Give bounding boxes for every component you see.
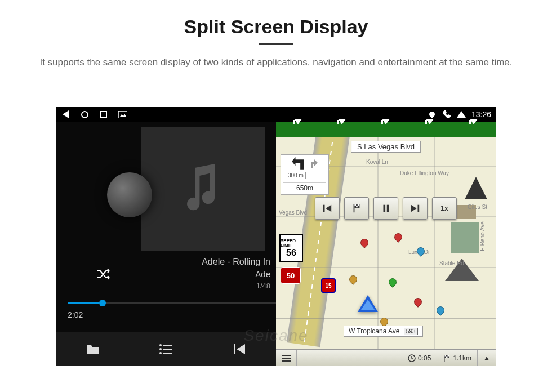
progress-fill	[68, 302, 99, 304]
destination-road-text: W Tropicana Ave	[349, 327, 400, 335]
svg-rect-3	[163, 345, 172, 346]
lane-arrow-icon	[426, 124, 434, 135]
turn-left-icon	[292, 157, 306, 172]
back-icon[interactable]	[61, 110, 70, 119]
device-frame: 13:26 Adele - Rolling In Ade 1/48	[56, 107, 496, 366]
svg-rect-18	[387, 205, 389, 212]
folder-icon[interactable]	[85, 341, 101, 357]
street-label: Duke Ellington Way	[400, 170, 449, 176]
svg-marker-9	[237, 344, 245, 354]
phone-icon	[442, 110, 451, 119]
map-flag-button[interactable]	[344, 197, 369, 220]
map-next-button[interactable]	[403, 197, 428, 220]
turn-right-small-icon	[309, 157, 318, 168]
svg-rect-29	[446, 356, 448, 358]
nav-expand-button[interactable]	[478, 350, 496, 366]
svg-marker-30	[484, 357, 489, 360]
svg-point-6	[159, 352, 162, 354]
nav-distance: 1.1km	[437, 350, 478, 366]
nav-scale	[297, 350, 402, 366]
prev-track-icon[interactable]	[232, 341, 247, 357]
track-artist: Ade	[255, 269, 270, 279]
turn-distance: 650m	[283, 182, 326, 192]
svg-rect-21	[282, 355, 291, 356]
svg-marker-11	[326, 205, 331, 212]
lane-arrow-icon	[294, 124, 302, 135]
music-bottom-bar	[56, 332, 276, 366]
route-badge: 50	[281, 267, 301, 284]
progress-bar[interactable]	[68, 302, 276, 304]
svg-rect-10	[323, 205, 325, 212]
street-label: Vegas Blvd	[279, 210, 307, 216]
location-icon	[428, 110, 437, 119]
destination-road-number: 593	[404, 328, 418, 335]
street-label: Giles St	[468, 204, 487, 210]
svg-rect-22	[282, 358, 291, 359]
track-index: 1/48	[256, 282, 270, 290]
recent-apps-icon[interactable]	[99, 110, 108, 119]
gallery-icon[interactable]	[118, 110, 127, 119]
interstate-shield: 15	[321, 278, 336, 293]
music-note-icon	[183, 164, 222, 215]
music-app: Adele - Rolling In Ade 1/48 2:02	[56, 122, 276, 366]
next-turn-distance: 300 m	[286, 172, 306, 179]
svg-rect-15	[358, 204, 359, 206]
street-label: E Reno Ave	[479, 221, 486, 251]
svg-rect-25	[444, 355, 445, 362]
svg-rect-7	[163, 353, 172, 354]
destination-road-label: W Tropicana Ave 593	[344, 326, 423, 337]
elapsed-time: 2:02	[68, 310, 83, 319]
lane-arrow-icon	[382, 124, 390, 135]
svg-point-2	[159, 344, 162, 346]
svg-rect-12	[354, 204, 355, 212]
svg-rect-19	[418, 205, 420, 212]
map-pause-button[interactable]	[373, 197, 398, 220]
turn-instruction: 300 m 650m	[281, 154, 329, 195]
svg-rect-23	[282, 360, 291, 362]
svg-rect-27	[445, 355, 447, 357]
svg-rect-28	[448, 355, 449, 357]
lane-arrow-icon	[470, 124, 478, 135]
page-subtitle: It supports the same screen display of t…	[0, 45, 552, 70]
page-title: Split Screen Display	[0, 0, 552, 38]
speed-limit-value: 56	[286, 248, 296, 258]
svg-rect-8	[234, 344, 235, 354]
svg-point-4	[159, 348, 162, 350]
svg-rect-16	[356, 206, 358, 208]
nav-bottom-bar: 0:05 1.1km	[276, 349, 496, 366]
lane-arrow-icon	[338, 124, 346, 135]
svg-rect-14	[354, 204, 356, 206]
street-label: Stable Rd	[439, 260, 464, 266]
nav-time-value: 0:05	[418, 354, 431, 362]
nav-distance-value: 1.1km	[453, 354, 471, 362]
wifi-icon	[457, 110, 466, 119]
playlist-icon[interactable]	[158, 341, 174, 357]
svg-rect-5	[163, 349, 172, 350]
map-media-controls: 1x	[315, 197, 457, 220]
speed-limit-label: SPEED LIMIT	[281, 239, 302, 248]
home-icon[interactable]	[80, 110, 89, 119]
current-road-label: S Las Vegas Blvd	[351, 141, 421, 153]
navigation-app: Koval Ln Duke Ellington Way Giles St E R…	[276, 122, 496, 366]
album-art	[141, 127, 265, 251]
map-prev-button[interactable]	[315, 197, 340, 220]
progress-thumb[interactable]	[99, 300, 106, 306]
street-label: Koval Ln	[366, 159, 388, 165]
svg-rect-0	[118, 111, 127, 118]
svg-rect-17	[384, 205, 386, 212]
speed-limit-sign: SPEED LIMIT 56	[279, 234, 303, 262]
svg-marker-20	[411, 205, 417, 212]
gps-cursor-icon	[358, 295, 378, 312]
volume-knob[interactable]	[107, 172, 152, 217]
nav-menu-button[interactable]	[276, 350, 297, 366]
nav-top-bar	[276, 122, 496, 137]
track-title: Adele - Rolling In	[202, 257, 270, 267]
clock: 13:26	[471, 110, 491, 119]
svg-marker-1	[120, 114, 126, 117]
map-speed-button[interactable]: 1x	[432, 197, 457, 220]
nav-eta-time: 0:05	[402, 350, 437, 366]
shuffle-icon[interactable]	[96, 268, 112, 283]
